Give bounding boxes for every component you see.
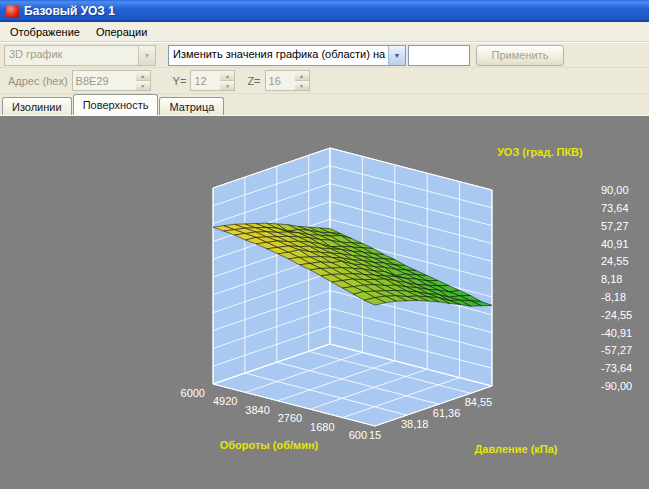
svg-text:-24,55: -24,55	[601, 309, 632, 321]
graph-type-select[interactable]: 3D график ▼	[4, 45, 156, 66]
toolbar-row-1: 3D график ▼ Изменить значения графика (о…	[0, 42, 649, 68]
menu-operations[interactable]: Операции	[88, 24, 155, 40]
svg-text:61,36: 61,36	[433, 407, 461, 419]
svg-text:1680: 1680	[310, 421, 334, 433]
svg-text:-40,91: -40,91	[601, 327, 632, 339]
spin-down-icon[interactable]: ▼	[220, 80, 234, 90]
svg-text:24,55: 24,55	[601, 255, 629, 267]
window-title: Базовый УОЗ 1	[24, 4, 115, 18]
z-stepper: ▲ ▼	[295, 70, 310, 91]
menu-bar: Отображение Операции	[0, 22, 649, 42]
svg-text:40,91: 40,91	[601, 238, 629, 250]
svg-text:УОЗ (град. ПКВ): УОЗ (град. ПКВ)	[497, 146, 583, 158]
spin-up-icon[interactable]: ▲	[295, 71, 309, 80]
chevron-down-icon[interactable]: ▼	[138, 46, 155, 65]
tab-surface[interactable]: Поверхность	[73, 94, 159, 115]
svg-text:57,27: 57,27	[601, 220, 629, 232]
spin-down-icon[interactable]: ▼	[295, 80, 309, 90]
toolbar-row-2: Адрес (hex) ▲ ▼ Y= ▲ ▼ Z= ▲	[0, 68, 649, 94]
address-label: Адрес (hex)	[8, 75, 68, 87]
svg-text:38,18: 38,18	[401, 418, 429, 430]
svg-text:84,55: 84,55	[465, 396, 493, 408]
svg-text:600: 600	[349, 429, 367, 441]
spin-up-icon[interactable]: ▲	[136, 71, 150, 80]
edit-action-select-value: Изменить значения графика (области) на з…	[169, 46, 388, 65]
y-stepper: ▲ ▼	[220, 70, 235, 91]
toolbar: 3D график ▼ Изменить значения графика (о…	[0, 42, 649, 94]
value-input[interactable]	[408, 45, 470, 66]
tab-matrix[interactable]: Матрица	[159, 97, 224, 115]
svg-text:90,00: 90,00	[601, 184, 629, 196]
spin-up-icon[interactable]: ▲	[220, 71, 234, 80]
y-label: Y=	[173, 75, 187, 87]
svg-text:4920: 4920	[213, 395, 237, 407]
svg-text:73,64: 73,64	[601, 202, 629, 214]
svg-text:-73,64: -73,64	[601, 362, 632, 374]
svg-text:Обороты (об/мин): Обороты (об/мин)	[220, 439, 319, 451]
plot-area: 90,0073,6457,2740,9124,558,18-8,18-24,55…	[0, 115, 649, 489]
svg-text:-8,18: -8,18	[601, 291, 626, 303]
address-input[interactable]	[72, 70, 136, 91]
apply-button[interactable]: Применить	[476, 45, 564, 66]
svg-text:6000: 6000	[181, 387, 205, 399]
svg-text:-90,00: -90,00	[601, 380, 632, 392]
svg-text:15: 15	[369, 429, 381, 441]
svg-text:Давление (кПа): Давление (кПа)	[475, 443, 558, 455]
svg-text:2760: 2760	[278, 412, 302, 424]
y-input[interactable]	[190, 70, 220, 91]
app-window: Базовый УОЗ 1 Отображение Операции 3D гр…	[0, 0, 649, 489]
svg-text:3840: 3840	[245, 404, 269, 416]
edit-action-select[interactable]: Изменить значения графика (области) на з…	[168, 45, 406, 66]
chevron-down-icon[interactable]: ▼	[388, 46, 405, 65]
title-bar[interactable]: Базовый УОЗ 1	[0, 0, 649, 22]
z-input[interactable]	[265, 70, 295, 91]
tab-bar: Изолинии Поверхность Матрица	[0, 94, 649, 115]
z-spinner: ▲ ▼	[265, 70, 310, 91]
svg-text:8,18: 8,18	[601, 273, 622, 285]
svg-text:-57,27: -57,27	[601, 344, 632, 356]
tab-isolines[interactable]: Изолинии	[2, 97, 72, 115]
address-stepper: ▲ ▼	[136, 70, 151, 91]
app-icon	[6, 5, 19, 18]
address-spinner: ▲ ▼	[72, 70, 151, 91]
graph-type-select-value: 3D график	[5, 46, 138, 65]
z-label: Z=	[247, 75, 260, 87]
y-spinner: ▲ ▼	[190, 70, 235, 91]
menu-display[interactable]: Отображение	[2, 24, 88, 40]
surface-chart[interactable]: 90,0073,6457,2740,9124,558,18-8,18-24,55…	[0, 116, 649, 489]
spin-down-icon[interactable]: ▼	[136, 80, 150, 90]
